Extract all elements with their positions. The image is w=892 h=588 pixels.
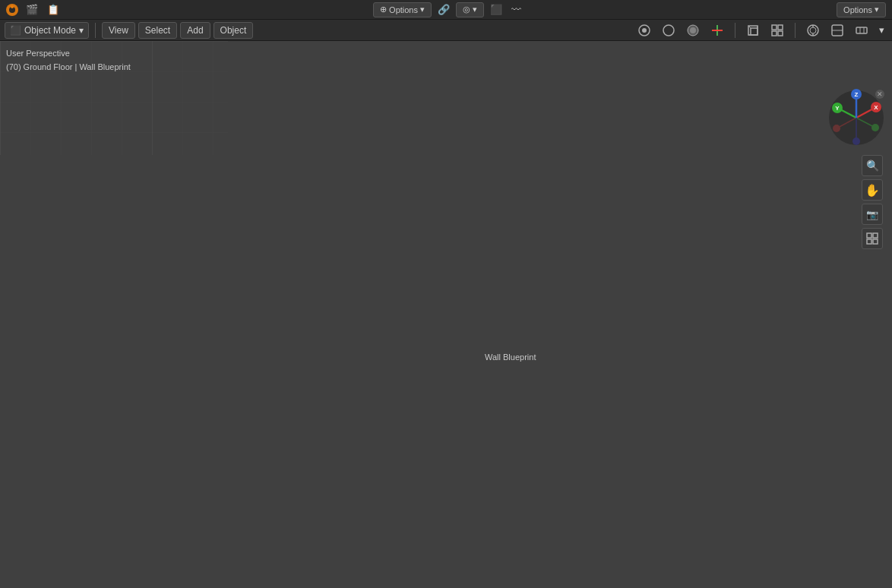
grid (0, 41, 228, 155)
top-menubar: 🎬 📋 ⊕ Options ▾ 🔗 ◎ ▾ ⬛ 〰 Options ▾ (0, 0, 892, 20)
zoom-in-btn[interactable]: 🔍 (862, 155, 883, 176)
pan-btn[interactable]: ✋ (862, 179, 883, 201)
svg-rect-30 (0, 41, 228, 155)
svg-point-55 (852, 138, 860, 145)
view-layer-selector[interactable]: 📋 (44, 2, 62, 17)
svg-point-20 (810, 27, 816, 33)
viewport-shading-solid[interactable] (634, 23, 654, 38)
shading-btn-1[interactable]: ⬛ (487, 2, 505, 17)
overlays-btn[interactable] (683, 23, 703, 38)
svg-point-45 (833, 125, 840, 132)
object-label: Wall Blueprint (485, 352, 536, 362)
sequencer-btn[interactable] (852, 23, 871, 38)
options-label: Options (843, 5, 872, 14)
options-arrow: ▾ (875, 5, 879, 14)
gizmos-btn[interactable] (707, 23, 727, 38)
object-label: Object (220, 25, 247, 36)
svg-rect-18 (778, 31, 783, 36)
proportional-btn[interactable]: ◎ ▾ (456, 2, 484, 17)
add-label: Add (187, 25, 203, 36)
separator-1 (95, 23, 96, 38)
header-right-icons: ▾ (634, 23, 887, 38)
object-menu[interactable]: Object (214, 22, 254, 39)
svg-rect-11 (751, 28, 758, 35)
mode-arrow: ▾ (79, 25, 84, 36)
separator-3 (795, 23, 796, 38)
add-menu[interactable]: Add (180, 22, 210, 39)
svg-point-2 (11, 5, 14, 8)
header-toolbar: ⬛ Object Mode ▾ View Select Add Object (0, 20, 892, 41)
svg-rect-17 (772, 31, 777, 36)
svg-text:X: X (874, 104, 878, 111)
topbar-center: ⊕ Options ▾ 🔗 ◎ ▾ ⬛ 〰 (67, 2, 830, 17)
render-engine-btn[interactable] (803, 23, 823, 38)
svg-point-50 (871, 124, 879, 131)
select-label: Select (145, 25, 170, 36)
svg-rect-25 (856, 27, 867, 33)
svg-rect-15 (772, 25, 777, 30)
svg-text:Y: Y (835, 105, 840, 112)
svg-text:Z: Z (855, 91, 859, 98)
topbar-right: Options ▾ (830, 2, 892, 17)
compositing-btn[interactable] (827, 23, 847, 38)
svg-rect-61 (873, 239, 878, 244)
shading-btn-2[interactable]: 〰 (508, 2, 524, 17)
svg-rect-16 (778, 25, 783, 30)
global-icon: ⊕ (380, 5, 387, 14)
svg-point-4 (642, 28, 647, 33)
svg-rect-58 (867, 233, 871, 238)
grid-btn[interactable] (862, 228, 883, 249)
right-tools: 🔍 ✋ 📷 (862, 155, 883, 249)
view-label: View (109, 25, 128, 36)
svg-rect-60 (867, 239, 871, 244)
global-label: Options (389, 5, 418, 14)
svg-point-5 (663, 25, 674, 36)
view-menu[interactable]: View (102, 22, 135, 39)
camera-btn[interactable]: 📷 (862, 204, 883, 225)
select-menu[interactable]: Select (138, 22, 177, 39)
global-transform-btn[interactable]: ⊕ Options ▾ (373, 2, 432, 17)
snap-btn[interactable]: 🔗 (435, 2, 453, 17)
svg-rect-59 (873, 233, 878, 238)
dropdown-arrow: ▾ (420, 5, 425, 14)
svg-text:✕: ✕ (877, 90, 883, 98)
view-perspective-btn[interactable] (743, 23, 763, 38)
viewport[interactable]: User Perspective (70) Ground Floor | Wal… (0, 41, 892, 588)
mode-icon: ⬛ (10, 25, 21, 36)
proportional-icon: ◎ (463, 5, 470, 14)
svg-point-7 (690, 27, 696, 33)
viewport-shading-rendered[interactable] (659, 23, 678, 38)
mode-label: Object Mode (24, 25, 76, 36)
proportional-arrow: ▾ (473, 5, 477, 14)
blender-logo (5, 2, 20, 17)
extra-btn[interactable]: ▾ (876, 23, 887, 38)
nav-gizmo[interactable]: X Y Z ✕ (827, 88, 886, 147)
separator-2 (735, 23, 735, 38)
scene-selector[interactable]: 🎬 (23, 2, 41, 17)
object-mode-dropdown[interactable]: ⬛ Object Mode ▾ (5, 22, 89, 39)
view-quad-btn[interactable] (767, 23, 787, 38)
options-btn[interactable]: Options ▾ (837, 2, 886, 17)
